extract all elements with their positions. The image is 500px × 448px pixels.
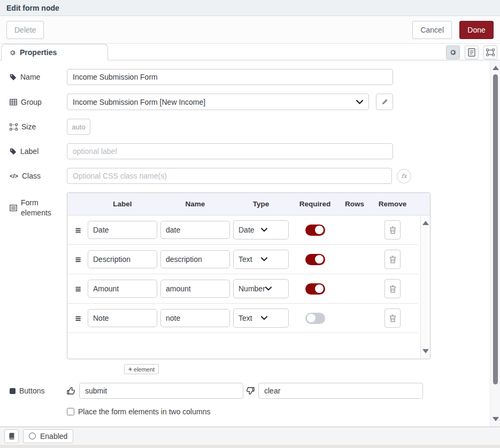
group-icon — [486, 49, 495, 56]
submit-button-input[interactable] — [79, 383, 243, 399]
buttons-label: Buttons — [10, 387, 67, 395]
label-label: Label — [10, 147, 67, 156]
elements-table-header: LabelNameTypeRequiredRowsRemove — [67, 193, 430, 215]
column-header: Remove — [371, 200, 414, 208]
label-input[interactable] — [67, 143, 393, 159]
form-elements-label: Form elements — [10, 192, 67, 218]
trash-button[interactable] — [384, 279, 401, 298]
table-row: ≡ Date — [67, 215, 418, 245]
element-type-select[interactable]: Text — [233, 308, 289, 328]
table-row: ≡ Text — [67, 245, 418, 274]
column-header: Required — [292, 200, 338, 208]
plus-icon: + — [128, 366, 132, 373]
clear-button-input[interactable] — [258, 383, 423, 399]
properties-panel: Name Group Income Submission Form [New I… — [0, 60, 500, 427]
table-row: ≡ Text — [67, 304, 418, 333]
document-icon — [468, 48, 475, 57]
drag-handle-icon[interactable]: ≡ — [72, 284, 84, 294]
trash-button[interactable] — [384, 220, 401, 240]
size-auto-button[interactable]: auto — [67, 119, 90, 135]
scroll-down-arrow-icon[interactable] — [422, 349, 429, 353]
class-expand-button[interactable]: fx — [397, 169, 411, 183]
size-row: Size auto — [10, 119, 500, 135]
thumbs-up-icon — [67, 387, 75, 395]
main-scroll-up-icon[interactable] — [493, 66, 499, 70]
element-type-select[interactable]: Date — [233, 220, 289, 240]
code-icon: </> — [10, 173, 18, 179]
properties-gear-button[interactable] — [446, 45, 460, 59]
trash-icon — [389, 256, 396, 264]
gear-icon — [9, 49, 16, 56]
trash-button[interactable] — [384, 250, 401, 269]
add-element-button[interactable]: +element — [124, 364, 159, 374]
tab-bar: Properties — [0, 44, 500, 60]
class-input[interactable] — [67, 168, 392, 184]
enabled-toggle-button[interactable]: Enabled — [23, 429, 73, 443]
element-name-input[interactable] — [160, 309, 230, 327]
two-columns-label[interactable]: Place the form elements in two columns — [78, 407, 210, 416]
two-columns-row: Place the form elements in two columns — [67, 407, 500, 416]
tab-properties-label: Properties — [20, 48, 57, 57]
chevron-down-icon — [261, 257, 283, 261]
trash-icon — [389, 285, 396, 293]
name-input[interactable] — [67, 69, 393, 85]
column-header: Label — [88, 200, 157, 208]
group-row: Group Income Submission Form [New Income… — [10, 94, 500, 110]
chevron-down-icon — [261, 316, 283, 320]
group-select[interactable]: Income Submission Form [New Income] — [67, 94, 369, 110]
class-row: </> Class fx — [10, 168, 500, 184]
required-toggle[interactable] — [305, 283, 325, 295]
element-label-input[interactable] — [88, 280, 157, 298]
drag-handle-icon[interactable]: ≡ — [72, 225, 84, 235]
size-icon — [10, 123, 18, 130]
element-label-input[interactable] — [88, 221, 157, 239]
main-scroll-thumb[interactable] — [493, 74, 498, 384]
element-name-input[interactable] — [160, 250, 230, 268]
table-row: ≡ Number — [67, 274, 418, 304]
drag-handle-icon[interactable]: ≡ — [72, 254, 84, 265]
done-button[interactable]: Done — [459, 21, 494, 39]
dialog-footer: Enabled — [0, 427, 500, 445]
column-header: Type — [233, 200, 289, 208]
main-scrollbar[interactable] — [490, 60, 500, 427]
dialog-titlebar: Edit form node — [0, 0, 500, 16]
delete-button[interactable]: Delete — [6, 21, 44, 39]
edit-node-dialog: Edit form node Delete Cancel Done Proper… — [0, 0, 500, 448]
square-icon — [10, 388, 16, 394]
column-header: Name — [160, 200, 230, 208]
label-row: Label — [10, 143, 500, 159]
table-spacer — [67, 333, 418, 358]
required-toggle[interactable] — [305, 225, 325, 236]
element-label-input[interactable] — [88, 250, 157, 268]
required-toggle[interactable] — [305, 313, 325, 324]
trash-button[interactable] — [384, 308, 401, 328]
cancel-button[interactable]: Cancel — [412, 21, 452, 39]
elements-table-body-wrap: ≡ Date ≡ Text — [67, 215, 430, 359]
table-scrollbar[interactable] — [420, 215, 430, 359]
thumbs-down-icon — [246, 387, 255, 395]
element-name-input[interactable] — [160, 221, 230, 239]
element-type-select[interactable]: Text — [233, 250, 289, 269]
drag-handle-icon[interactable]: ≡ — [72, 313, 84, 323]
element-type-select[interactable]: Number — [233, 279, 289, 298]
workspace-edge — [0, 445, 500, 448]
main-scroll-down-icon[interactable] — [493, 417, 499, 421]
appearance-button[interactable] — [483, 45, 497, 59]
enabled-label: Enabled — [40, 432, 67, 441]
chevron-down-icon — [265, 287, 283, 291]
book-icon — [8, 432, 15, 439]
scroll-up-arrow-icon[interactable] — [422, 221, 429, 225]
dialog-toolbar: Delete Cancel Done — [0, 16, 500, 44]
node-help-button[interactable] — [4, 429, 19, 443]
group-label: Group — [10, 98, 67, 106]
required-toggle[interactable] — [305, 254, 325, 265]
edit-group-button[interactable] — [376, 94, 393, 110]
two-columns-checkbox[interactable] — [67, 408, 74, 415]
tab-icon-buttons — [446, 45, 497, 59]
element-label-input[interactable] — [88, 309, 157, 327]
tab-properties[interactable]: Properties — [1, 44, 108, 60]
gear-icon — [449, 49, 457, 56]
description-button[interactable] — [465, 45, 479, 59]
size-label: Size — [10, 122, 67, 131]
element-name-input[interactable] — [160, 280, 230, 298]
